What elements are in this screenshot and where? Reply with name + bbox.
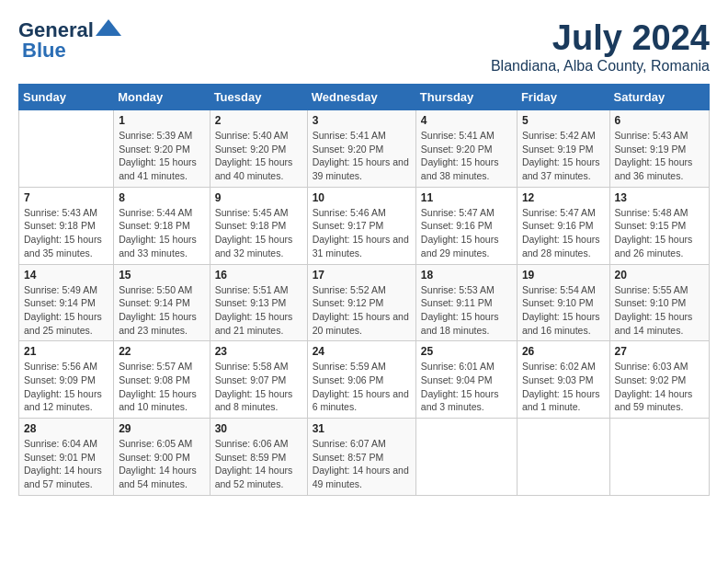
day-info: Sunrise: 6:01 AMSunset: 9:04 PMDaylight:… (421, 360, 512, 414)
week-row-4: 21Sunrise: 5:56 AMSunset: 9:09 PMDayligh… (19, 341, 710, 419)
day-header-sunday: Sunday (19, 85, 114, 110)
day-info: Sunrise: 5:43 AMSunset: 9:19 PMDaylight:… (615, 129, 704, 183)
day-number: 22 (119, 345, 204, 358)
day-info: Sunrise: 5:59 AMSunset: 9:06 PMDaylight:… (313, 360, 411, 414)
day-number: 30 (215, 422, 302, 435)
day-info: Sunrise: 5:52 AMSunset: 9:12 PMDaylight:… (313, 283, 411, 338)
calendar-cell: 8Sunrise: 5:44 AMSunset: 9:18 PMDaylight… (114, 187, 210, 264)
day-number: 7 (24, 191, 108, 204)
day-info: Sunrise: 6:05 AMSunset: 9:00 PMDaylight:… (119, 437, 204, 491)
day-info: Sunrise: 6:02 AMSunset: 9:03 PMDaylight:… (522, 360, 605, 414)
calendar-cell: 24Sunrise: 5:59 AMSunset: 9:06 PMDayligh… (307, 341, 415, 419)
day-header-saturday: Saturday (609, 85, 709, 110)
calendar-cell: 5Sunrise: 5:42 AMSunset: 9:19 PMDaylight… (517, 110, 609, 188)
day-number: 2 (215, 114, 302, 127)
day-number: 11 (421, 191, 512, 204)
calendar-cell: 13Sunrise: 5:48 AMSunset: 9:15 PMDayligh… (609, 187, 709, 264)
calendar-cell: 18Sunrise: 5:53 AMSunset: 9:11 PMDayligh… (415, 264, 517, 341)
day-number: 23 (215, 345, 302, 358)
calendar-cell (19, 110, 114, 188)
calendar-cell: 3Sunrise: 5:41 AMSunset: 9:20 PMDaylight… (307, 110, 415, 188)
calendar-cell: 4Sunrise: 5:41 AMSunset: 9:20 PMDaylight… (415, 110, 517, 188)
day-number: 3 (313, 114, 411, 127)
page-header: General Blue July 2024 Blandiana, Alba C… (18, 18, 710, 75)
calendar-cell (609, 419, 709, 496)
day-info: Sunrise: 5:48 AMSunset: 9:15 PMDaylight:… (615, 206, 704, 260)
day-info: Sunrise: 6:06 AMSunset: 8:59 PMDaylight:… (215, 437, 302, 491)
day-header-monday: Monday (114, 85, 210, 110)
day-info: Sunrise: 5:41 AMSunset: 9:20 PMDaylight:… (313, 129, 411, 183)
day-number: 1 (119, 114, 204, 127)
day-info: Sunrise: 5:53 AMSunset: 9:11 PMDaylight:… (421, 283, 512, 338)
day-info: Sunrise: 5:42 AMSunset: 9:19 PMDaylight:… (522, 129, 605, 183)
day-header-friday: Friday (517, 85, 609, 110)
calendar-cell: 10Sunrise: 5:46 AMSunset: 9:17 PMDayligh… (307, 187, 415, 264)
calendar-cell: 22Sunrise: 5:57 AMSunset: 9:08 PMDayligh… (114, 341, 210, 419)
day-number: 13 (615, 191, 704, 204)
day-info: Sunrise: 6:07 AMSunset: 8:57 PMDaylight:… (313, 437, 411, 491)
week-row-1: 1Sunrise: 5:39 AMSunset: 9:20 PMDaylight… (19, 110, 710, 188)
day-info: Sunrise: 5:41 AMSunset: 9:20 PMDaylight:… (421, 129, 512, 183)
day-number: 21 (24, 345, 108, 358)
logo: General Blue (18, 18, 121, 63)
day-info: Sunrise: 5:56 AMSunset: 9:09 PMDaylight:… (24, 360, 108, 414)
day-number: 29 (119, 422, 204, 435)
calendar-cell: 14Sunrise: 5:49 AMSunset: 9:14 PMDayligh… (19, 264, 114, 341)
day-number: 28 (24, 422, 108, 435)
day-number: 27 (615, 345, 704, 358)
calendar-title: July 2024 (491, 18, 710, 58)
day-number: 14 (24, 269, 108, 282)
day-info: Sunrise: 5:51 AMSunset: 9:13 PMDaylight:… (215, 283, 302, 338)
calendar-cell: 27Sunrise: 6:03 AMSunset: 9:02 PMDayligh… (609, 341, 709, 419)
day-number: 15 (119, 269, 204, 282)
day-info: Sunrise: 5:50 AMSunset: 9:14 PMDaylight:… (119, 283, 204, 338)
calendar-cell: 11Sunrise: 5:47 AMSunset: 9:16 PMDayligh… (415, 187, 517, 264)
calendar-subtitle: Blandiana, Alba County, Romania (491, 58, 710, 75)
day-info: Sunrise: 6:04 AMSunset: 9:01 PMDaylight:… (24, 437, 108, 491)
day-info: Sunrise: 5:54 AMSunset: 9:10 PMDaylight:… (522, 283, 605, 338)
day-number: 16 (215, 269, 302, 282)
day-info: Sunrise: 5:58 AMSunset: 9:07 PMDaylight:… (215, 360, 302, 414)
day-info: Sunrise: 5:57 AMSunset: 9:08 PMDaylight:… (119, 360, 204, 414)
day-number: 24 (313, 345, 411, 358)
day-info: Sunrise: 5:43 AMSunset: 9:18 PMDaylight:… (24, 206, 108, 260)
calendar-cell: 25Sunrise: 6:01 AMSunset: 9:04 PMDayligh… (415, 341, 517, 419)
calendar-cell: 9Sunrise: 5:45 AMSunset: 9:18 PMDaylight… (210, 187, 307, 264)
day-number: 9 (215, 191, 302, 204)
calendar-cell: 31Sunrise: 6:07 AMSunset: 8:57 PMDayligh… (307, 419, 415, 496)
week-row-2: 7Sunrise: 5:43 AMSunset: 9:18 PMDaylight… (19, 187, 710, 264)
calendar-cell: 29Sunrise: 6:05 AMSunset: 9:00 PMDayligh… (114, 419, 210, 496)
day-number: 19 (522, 269, 605, 282)
day-number: 26 (522, 345, 605, 358)
calendar-cell: 17Sunrise: 5:52 AMSunset: 9:12 PMDayligh… (307, 264, 415, 341)
day-number: 20 (615, 269, 704, 282)
day-number: 18 (421, 269, 512, 282)
header-row: SundayMondayTuesdayWednesdayThursdayFrid… (19, 85, 710, 110)
day-number: 25 (421, 345, 512, 358)
calendar-cell: 26Sunrise: 6:02 AMSunset: 9:03 PMDayligh… (517, 341, 609, 419)
calendar-cell: 6Sunrise: 5:43 AMSunset: 9:19 PMDaylight… (609, 110, 709, 188)
logo-blue: Blue (22, 39, 66, 63)
day-info: Sunrise: 5:45 AMSunset: 9:18 PMDaylight:… (215, 206, 302, 260)
calendar-table: SundayMondayTuesdayWednesdayThursdayFrid… (18, 84, 710, 496)
day-number: 5 (522, 114, 605, 127)
day-info: Sunrise: 5:47 AMSunset: 9:16 PMDaylight:… (421, 206, 512, 260)
calendar-cell: 20Sunrise: 5:55 AMSunset: 9:10 PMDayligh… (609, 264, 709, 341)
calendar-cell (415, 419, 517, 496)
day-info: Sunrise: 5:44 AMSunset: 9:18 PMDaylight:… (119, 206, 204, 260)
calendar-cell: 1Sunrise: 5:39 AMSunset: 9:20 PMDaylight… (114, 110, 210, 188)
calendar-cell (517, 419, 609, 496)
day-header-wednesday: Wednesday (307, 85, 415, 110)
day-info: Sunrise: 5:40 AMSunset: 9:20 PMDaylight:… (215, 129, 302, 183)
day-number: 4 (421, 114, 512, 127)
week-row-3: 14Sunrise: 5:49 AMSunset: 9:14 PMDayligh… (19, 264, 710, 341)
calendar-cell: 28Sunrise: 6:04 AMSunset: 9:01 PMDayligh… (19, 419, 114, 496)
calendar-cell: 19Sunrise: 5:54 AMSunset: 9:10 PMDayligh… (517, 264, 609, 341)
day-info: Sunrise: 6:03 AMSunset: 9:02 PMDaylight:… (615, 360, 704, 414)
title-block: July 2024 Blandiana, Alba County, Romani… (491, 18, 710, 75)
day-number: 6 (615, 114, 704, 127)
calendar-cell: 23Sunrise: 5:58 AMSunset: 9:07 PMDayligh… (210, 341, 307, 419)
calendar-cell: 2Sunrise: 5:40 AMSunset: 9:20 PMDaylight… (210, 110, 307, 188)
calendar-cell: 21Sunrise: 5:56 AMSunset: 9:09 PMDayligh… (19, 341, 114, 419)
day-header-thursday: Thursday (415, 85, 517, 110)
